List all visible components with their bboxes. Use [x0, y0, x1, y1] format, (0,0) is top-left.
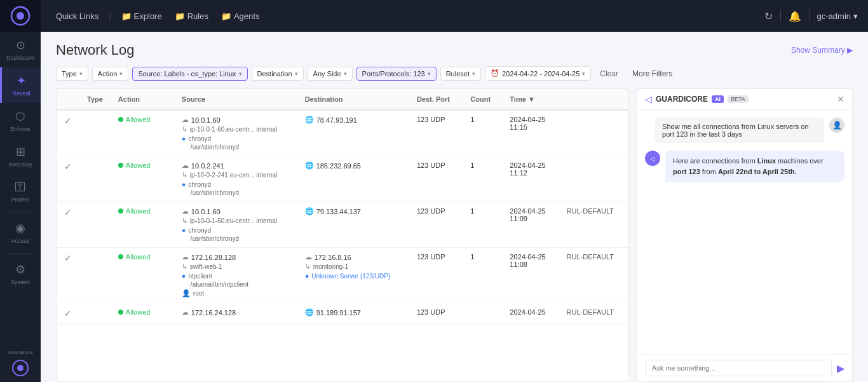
table-row[interactable]: ✓ Allowed ☁10.0.1.60 — [57, 110, 628, 156]
table-row[interactable]: ✓ Allowed ☁172.16.24.128 — [57, 303, 628, 324]
table-row[interactable]: ✓ Allowed ☁10.0.1.60 — [57, 202, 628, 248]
bell-icon[interactable]: 🔔 — [789, 10, 801, 22]
filter-ports[interactable]: Ports/Protocols: 123 ▾ — [356, 67, 437, 81]
row-dest-port: 123 UDP — [409, 110, 463, 156]
unknown-icon: ● — [305, 272, 309, 280]
ai-user-message: Show me all connections from Linux serve… — [645, 118, 844, 143]
filter-any-side[interactable]: Any Side ▾ — [308, 67, 353, 81]
row-dest-port: 123 UDP — [409, 303, 463, 324]
filter-source[interactable]: Source: Labels - os_type: Linux ▾ — [132, 67, 247, 81]
cloud-icon: ☁ — [182, 253, 189, 261]
row-action: Allowed — [111, 110, 174, 156]
row-time: 2024-04-2511:08 — [502, 248, 559, 303]
topnav-right: ↻ 🔔 gc-admin ▾ — [764, 10, 858, 22]
filter-type[interactable]: Type ▾ — [56, 67, 88, 81]
topnav: Quick Links | 📁 Explore 📁 Rules 📁 Agents… — [41, 0, 868, 32]
circle-icon: ● — [182, 272, 186, 280]
sidebar-item-system[interactable]: ⚙ System — [0, 256, 41, 292]
access-icon: ◉ — [15, 221, 25, 235]
row-dest-port: 123 UDP — [409, 156, 463, 202]
filter-destination[interactable]: Destination ▾ — [252, 67, 304, 81]
filter-any-side-arrow: ▾ — [344, 71, 347, 77]
globe-icon: 🌐 — [305, 308, 314, 317]
ai-input-area: ▶ — [637, 354, 852, 381]
ai-send-button[interactable]: ▶ — [837, 362, 844, 374]
svg-point-1 — [17, 12, 24, 20]
source-process-name: chronyd — [189, 227, 212, 234]
folder-icon: 📁 — [121, 11, 132, 21]
sidebar-item-inventory[interactable]: ⊞ Inventory — [0, 139, 41, 174]
sort-icon: ▼ — [528, 95, 535, 103]
bot-text-1: Here are connections from — [673, 157, 757, 165]
bot-text-linux: Linux — [757, 157, 776, 165]
rules-link[interactable]: 📁 Rules — [170, 9, 214, 24]
filter-date[interactable]: ⏰ 2024-04-22 - 2024-04-25 ▾ — [485, 66, 591, 81]
circle-icon: ● — [182, 226, 186, 234]
dest-ip-value: 79.133.44.137 — [316, 208, 361, 215]
source-ip-value: 10.0.1.60 — [191, 208, 220, 215]
sidebar-logo — [0, 0, 41, 32]
table-row[interactable]: ✓ Allowed ☁172.16.28.128 — [57, 248, 628, 303]
filter-destination-label: Destination — [257, 70, 292, 78]
sidebar-item-enforce[interactable]: ⬡ Enforce — [0, 103, 41, 139]
agents-link[interactable]: 📁 Agents — [216, 9, 264, 24]
user-message-text: Show me all connections from Linux serve… — [662, 123, 809, 138]
row-time: 2024-04-25 — [502, 303, 559, 324]
more-filters-button[interactable]: More Filters — [627, 67, 677, 81]
row-action: Allowed — [111, 156, 174, 202]
sidebar-item-label: Access — [11, 238, 29, 244]
ai-input[interactable] — [645, 360, 832, 376]
filter-action[interactable]: Action ▾ — [92, 67, 129, 81]
guardicore-label: Guardicore — [8, 347, 33, 358]
clear-button[interactable]: Clear — [595, 67, 623, 81]
filter-type-arrow: ▾ — [79, 71, 83, 77]
sidebar-item-reveal[interactable]: ✦ Reveal — [0, 67, 41, 103]
col-count: Count — [463, 89, 502, 110]
filter-destination-arrow: ▾ — [295, 71, 298, 77]
source-user-value: root — [193, 290, 204, 297]
sidebar-item-dashboard[interactable]: ⊙ Dashboard — [0, 32, 41, 67]
enforce-icon: ⬡ — [15, 109, 25, 123]
filter-action-arrow: ▾ — [119, 71, 123, 77]
filter-date-label: 2024-04-22 - 2024-04-25 — [502, 70, 580, 78]
quick-links[interactable]: Quick Links — [51, 9, 104, 24]
allowed-dot — [118, 117, 123, 122]
system-icon: ⚙ — [15, 263, 25, 276]
ai-panel: ◁ GUARDICORE AI BETA ✕ Show me all conne… — [637, 88, 853, 382]
ai-close-button[interactable]: ✕ — [837, 94, 844, 104]
topnav-links: Quick Links | 📁 Explore 📁 Rules 📁 Agents — [51, 9, 264, 24]
allowed-dot — [118, 254, 123, 259]
sidebar-item-label: Inventory — [8, 161, 32, 168]
row-dest: 🌐78.47.93.191 — [297, 110, 409, 156]
sidebar-divider — [8, 212, 33, 212]
row-dest: ☁172.16.8.16 ↳monitoring-1 ●Unknown Serv… — [297, 248, 409, 303]
sidebar-item-label: Reveal — [12, 90, 30, 97]
source-process-path: /usr/sbin/chronyd — [191, 189, 239, 196]
ai-brand-name: GUARDICORE — [656, 95, 708, 104]
sidebar-item-protect[interactable]: ⚿ Protect — [0, 174, 41, 209]
row-dest-port: 123 UDP — [409, 202, 463, 248]
col-source: Source — [174, 89, 297, 110]
arrow-icon2: ↳ — [305, 263, 311, 271]
source-process-path: /usr/sbin/chronyd — [191, 144, 239, 151]
dest-sub-value: monitoring-1 — [313, 263, 349, 270]
show-summary-button[interactable]: Show Summary ▶ — [791, 46, 853, 55]
row-count: 1 — [463, 156, 502, 202]
explore-link[interactable]: 📁 Explore — [116, 9, 167, 24]
sidebar-item-access[interactable]: ◉ Access — [0, 215, 41, 250]
cloud-icon: ☁ — [182, 116, 189, 124]
circle-icon: ● — [182, 181, 186, 188]
bot-text-2: machines over — [776, 157, 824, 165]
arrow-icon: ↳ — [182, 217, 187, 225]
table-row[interactable]: ✓ Allowed ☁10.0.2.241 — [57, 156, 628, 202]
refresh-icon[interactable]: ↻ — [764, 10, 773, 22]
filter-ruleset[interactable]: Ruleset ▾ — [440, 67, 481, 81]
row-ruleset: RUL-DEFAULT — [559, 248, 628, 303]
row-count — [463, 303, 502, 324]
source-ip-value: 172.16.24.128 — [191, 309, 236, 317]
page-header: Network Log Show Summary ▶ — [56, 42, 853, 58]
row-ruleset: RUL-DEFAULT — [559, 303, 628, 324]
col-time[interactable]: Time ▼ — [502, 89, 559, 110]
user-menu[interactable]: gc-admin ▾ — [817, 11, 858, 21]
row-count: 1 — [463, 202, 502, 248]
